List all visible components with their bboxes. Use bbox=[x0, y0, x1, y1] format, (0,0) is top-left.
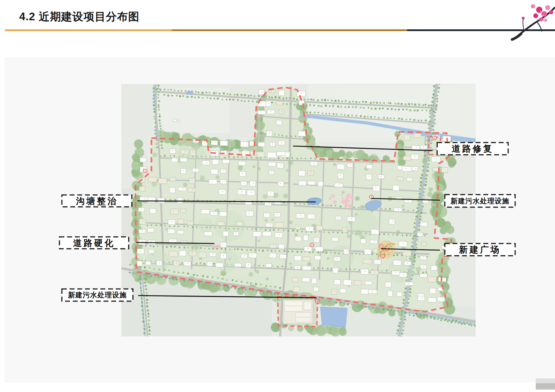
map-label-0: 道路修复 bbox=[437, 143, 508, 155]
divider-segment-2 bbox=[172, 29, 407, 31]
site-plan-map bbox=[121, 84, 476, 336]
map-label-5: 新建污水处理设施 bbox=[62, 289, 133, 301]
map-label-4: 新建广场 bbox=[445, 244, 515, 256]
page-title: 4.2 近期建设项目分布图 bbox=[19, 9, 140, 24]
map-label-3: 道路硬化 bbox=[59, 237, 129, 249]
corner-tab-top bbox=[536, 378, 555, 383]
corner-tab-bottom bbox=[536, 383, 555, 390]
slide-page: { "header": { "title": "4.2 近期建设项目分布图", … bbox=[0, 0, 555, 392]
map-label-2: 新建污水处理设施 bbox=[445, 195, 515, 207]
divider-segment-1 bbox=[5, 29, 172, 31]
plum-blossom-icon bbox=[500, 0, 555, 44]
map-label-1: 沟塘整治 bbox=[62, 195, 132, 207]
